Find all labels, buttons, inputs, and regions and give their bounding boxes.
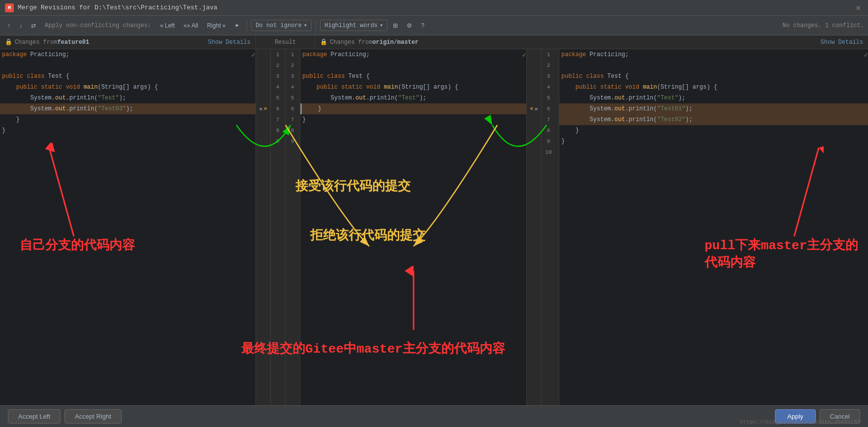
right-line-5: System.out.println("Test"); (559, 93, 868, 103)
right-show-details[interactable]: Show Details (821, 39, 863, 46)
panel-header: 🔒 Changes from feature01 Show Details Re… (0, 35, 868, 49)
g-right-6-ctrl[interactable]: « ✕ (527, 103, 541, 114)
center-line-8 (300, 125, 526, 136)
center-line-3: public class Test { (300, 71, 526, 82)
gutter-right: « ✕ (527, 49, 542, 405)
left-line-1: package Practicing; ✓ (0, 49, 256, 60)
main-content: package Practicing; ✓ public class Test … (0, 49, 868, 405)
accept-left-button[interactable]: Accept Left (8, 409, 61, 424)
g-right-1 (527, 49, 541, 60)
next-change-button[interactable]: ↓ (16, 21, 26, 31)
apply-all-button[interactable]: «» All (180, 21, 202, 31)
reject-right-icon[interactable]: ✕ (534, 105, 538, 113)
left-line-6-conflict: System.out.println("Test03"); (0, 103, 256, 114)
url-text: https://blog.csdn.net/weixin_45453739 (740, 419, 860, 425)
right-line-2 (559, 60, 868, 71)
right-panel-header: 🔒 Changes from origin/master Show Detail… (315, 35, 868, 49)
separator2 (316, 21, 316, 31)
down-arrow-icon: ↓ (19, 22, 22, 29)
reject-left-icon[interactable]: ✕ (259, 105, 262, 113)
g-left-2 (256, 60, 270, 71)
bottom-left-buttons: Accept Left Accept Right (8, 409, 122, 424)
left-line-8: } (0, 125, 256, 136)
sync-icon[interactable]: ⇄ (28, 21, 39, 31)
prev-change-button[interactable]: ↑ (4, 21, 14, 31)
right-line-9: } (559, 136, 868, 147)
center-nums-right: 1 2 3 4 5 6 7 8 9 (286, 49, 300, 405)
center-line-7: } (300, 114, 526, 125)
bottom-bar: Accept Left Accept Right Apply Cancel ht… (0, 405, 868, 427)
right-checkmark: ✓ (864, 51, 868, 59)
up-arrow-icon: ↑ (7, 22, 10, 29)
highlight-dropdown[interactable]: Highlight words ▾ (320, 20, 387, 31)
left-show-details[interactable]: Show Details (208, 39, 251, 46)
left-lock-icon: 🔒 (5, 38, 12, 46)
left-line-4: public static void main(String[] args) { (0, 82, 256, 93)
accept-right-button[interactable]: Accept Right (64, 409, 122, 424)
accept-left-icon[interactable]: » (264, 105, 267, 112)
app-icon: M (5, 3, 14, 12)
g-right-3 (527, 71, 541, 82)
g-left-3 (256, 71, 270, 82)
g-right-2 (527, 60, 541, 71)
side-by-side-button[interactable]: ⊞ (389, 21, 401, 31)
left-code-panel: package Practicing; ✓ public class Test … (0, 49, 256, 405)
accept-right-icon[interactable]: « (530, 105, 533, 112)
dropdown-arrow-icon: ▾ (304, 22, 307, 29)
right-line-3: public class Test { (559, 71, 868, 82)
toolbar: ↑ ↓ ⇄ Apply non-conflicting changes: « L… (0, 16, 868, 35)
center-line-2 (300, 60, 526, 71)
title-bar: M Merge Revisions for D:\Test\src\Practi… (0, 0, 868, 16)
right-nums: 1 2 3 4 5 6 7 8 9 10 (542, 49, 559, 405)
right-code-panel: package Practicing; ✓ public class Test … (559, 49, 868, 405)
highlight-dropdown-arrow: ▾ (380, 22, 383, 29)
right-line-4: public static void main(String[] args) { (559, 82, 868, 93)
right-line-8: } (559, 125, 868, 136)
double-arrow-all-icon: «» (184, 22, 190, 29)
magic-wand-button[interactable]: ✦ (231, 21, 243, 31)
center-line-5: System.out.println("Test"); (300, 93, 526, 103)
help-button[interactable]: ? (418, 21, 428, 31)
left-line-3: public class Test { (0, 71, 256, 82)
left-line-5: System.out.println("Test"); (0, 93, 256, 103)
settings-button[interactable]: ⚙ (403, 21, 416, 31)
center-code-panel: package Practicing; ✓ public class Test … (300, 49, 527, 405)
g-left-1 (256, 49, 270, 60)
right-line-10 (559, 147, 868, 158)
ignore-dropdown[interactable]: Do not ignore ▾ (251, 20, 312, 31)
apply-right-button[interactable]: Right » (203, 21, 229, 31)
right-line-1: package Practicing; ✓ (559, 49, 868, 60)
close-button[interactable]: ✕ (853, 3, 863, 13)
g-left-6-ctrl[interactable]: ✕ » (256, 103, 270, 114)
g-left-4 (256, 82, 270, 93)
toolbar-right: No changes. 1 conflict. (782, 22, 864, 29)
gutter-left: ✕ » (256, 49, 271, 405)
center-panel-header: Result (256, 35, 315, 49)
center-line-1: package Practicing; ✓ (300, 49, 526, 60)
g-left-5 (256, 93, 270, 103)
left-line-7: } (0, 114, 256, 125)
right-line-7-conflict: System.out.println("Test02"); (559, 114, 868, 125)
apply-left-button[interactable]: « Left (157, 21, 178, 31)
separator1 (247, 21, 247, 31)
g-right-4 (527, 82, 541, 93)
left-panel-header: 🔒 Changes from feature01 Show Details (0, 35, 256, 49)
center-line-4: public static void main(String[] args) { (300, 82, 526, 93)
apply-non-conflicting-label: Apply non-conflicting changes: (41, 21, 155, 31)
left-checkmark: ✓ (252, 51, 256, 59)
conflict-status: No changes. 1 conflict. (782, 22, 864, 29)
center-nums-left: 1 2 3 4 5 6 7 8 9 (271, 49, 286, 405)
window-title: Merge Revisions for D:\Test\src\Practici… (18, 4, 853, 11)
right-lock-icon: 🔒 (320, 38, 327, 46)
left-line-2 (0, 60, 256, 71)
right-line-6-conflict: System.out.println("Test01"); (559, 103, 868, 114)
g-right-5 (527, 93, 541, 103)
center-line-6-conflict: } (300, 103, 526, 114)
double-arrow-left-icon: « (160, 22, 163, 29)
center-line-9 (300, 136, 526, 147)
double-arrow-right-icon: » (222, 22, 225, 29)
center-checkmark: ✓ (522, 51, 526, 59)
